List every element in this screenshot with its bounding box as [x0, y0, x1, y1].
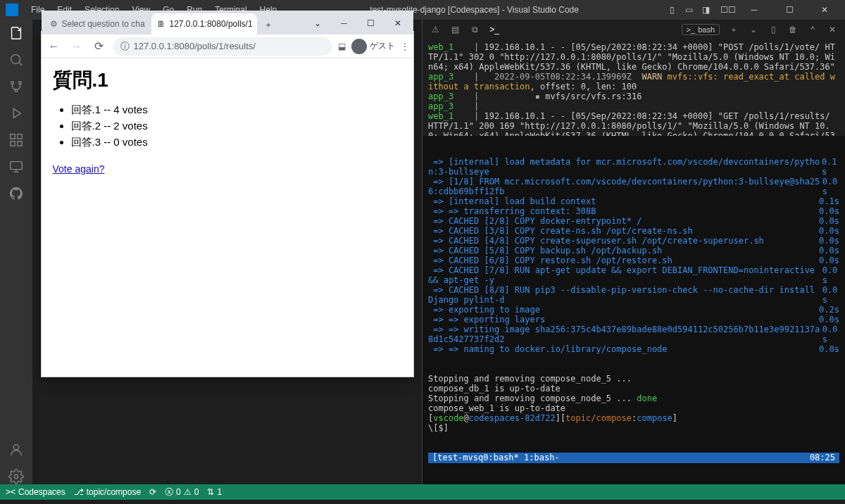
- github-icon[interactable]: [8, 186, 24, 201]
- browser-dropdown-button[interactable]: ⌄: [305, 15, 330, 32]
- remote-indicator[interactable]: >< Codespaces: [6, 487, 65, 497]
- window-maximize-button[interactable]: ☐: [775, 1, 804, 18]
- tmux-status-left: [test-mvsq0:bash* 1:bash-: [432, 453, 560, 463]
- svg-point-10: [14, 474, 18, 479]
- kill-terminal-button[interactable]: 🗑: [787, 24, 799, 35]
- results-list: 回答.1 -- 4 votes回答.2 -- 2 votes回答.3 -- 0 …: [71, 103, 402, 149]
- guest-label: ゲスト: [370, 40, 395, 52]
- new-tab-button[interactable]: ＋: [258, 15, 278, 34]
- forward-button[interactable]: →: [68, 38, 85, 55]
- source-control-icon[interactable]: [8, 79, 24, 94]
- browser-tabbar: ⚙Select question to cha✕🗎127.0.0.1:8080/…: [42, 11, 413, 34]
- sync-indicator[interactable]: ⟳: [149, 487, 156, 497]
- antenna-icon: ⇅: [207, 487, 214, 497]
- url-input[interactable]: ⓘ 127.0.0.1:8080/polls/1/results/: [113, 37, 332, 56]
- back-button[interactable]: ←: [46, 38, 63, 55]
- tmux-statusline: [test-mvsq0:bash* 1:bash- 08:25: [428, 453, 839, 463]
- debug-console-icon[interactable]: ⧉: [469, 24, 480, 35]
- sync-icon: ⟳: [149, 487, 156, 497]
- extensions-icon[interactable]: [8, 132, 24, 148]
- browser-close-button[interactable]: ✕: [385, 15, 411, 32]
- url-text: 127.0.0.1:8080/polls/1/results/: [134, 41, 256, 51]
- browser-window: ⚙Select question to cha✕🗎127.0.0.1:8080/…: [41, 31, 414, 377]
- settings-gear-icon[interactable]: [8, 469, 24, 484]
- branch-indicator[interactable]: ⎇ topic/compose: [74, 487, 141, 497]
- remote-explorer-icon[interactable]: [8, 159, 24, 175]
- guest-profile[interactable]: ゲスト: [351, 39, 395, 54]
- svg-point-0: [11, 55, 20, 64]
- split-terminal-button[interactable]: ▯: [768, 24, 779, 35]
- browser-menu-button[interactable]: ⋮: [401, 42, 409, 51]
- layout-panel-right-icon[interactable]: ◨: [700, 4, 711, 15]
- tab-label: 127.0.0.1:8080/polls/1: [170, 19, 253, 29]
- terminal-shell-label: bash: [698, 25, 715, 34]
- statusbar: >< Codespaces ⎇ topic/compose ⟳ ⓧ0 ⚠0 ⇅1: [0, 484, 845, 500]
- layout-customize-icon[interactable]: ☐☐: [722, 4, 734, 15]
- reload-button[interactable]: ⟳: [91, 38, 108, 55]
- site-info-icon[interactable]: ⓘ: [120, 40, 130, 53]
- explorer-icon[interactable]: [8, 25, 24, 41]
- problems-warning-icon[interactable]: ⚠: [430, 24, 441, 35]
- terminal-icon[interactable]: >_: [489, 24, 500, 35]
- install-pwa-icon[interactable]: ⬓: [338, 42, 346, 51]
- svg-rect-6: [11, 141, 15, 146]
- panel-header: ⚠ ▤ ⧉ >_ >_ bash ＋ ⌄ ▯ 🗑 ^ ✕: [423, 20, 845, 39]
- svg-rect-7: [18, 141, 22, 146]
- tmux-status-right: 08:25: [810, 453, 835, 463]
- remote-label: Codespaces: [18, 487, 65, 497]
- page-heading: 質問.1: [53, 67, 402, 94]
- tab-favicon-icon: ⚙: [50, 19, 58, 29]
- svg-point-2: [19, 82, 22, 84]
- avatar-icon: [351, 39, 367, 54]
- svg-point-9: [13, 445, 18, 450]
- panel: ⚠ ▤ ⧉ >_ >_ bash ＋ ⌄ ▯ 🗑 ^ ✕ web_1 | 192…: [422, 20, 845, 484]
- error-icon: ⓧ: [165, 486, 173, 498]
- web-page-content: 質問.1 回答.1 -- 4 votes回答.2 -- 2 votes回答.3 …: [42, 58, 413, 377]
- new-terminal-dropdown[interactable]: ⌄: [748, 24, 759, 35]
- activity-bar: [0, 20, 32, 484]
- browser-maximize-button[interactable]: ☐: [358, 15, 384, 32]
- list-item: 回答.2 -- 2 votes: [71, 120, 402, 133]
- list-item: 回答.3 -- 0 votes: [71, 136, 402, 149]
- browser-minimize-button[interactable]: ─: [332, 15, 357, 32]
- tab-close-button[interactable]: ✕: [149, 19, 150, 29]
- terminal-output-bottom[interactable]: => [internal] load metadata for mcr.micr…: [423, 136, 845, 484]
- titlebar-right: ▯ ▭ ◨ ☐☐ ─ ☐ ✕: [666, 1, 839, 18]
- vscode-logo-icon: [6, 4, 18, 16]
- branch-label: topic/compose: [87, 487, 141, 497]
- svg-rect-4: [11, 134, 15, 139]
- terminal-output-top[interactable]: web_1 | 192.168.10.1 - - [05/Sep/2022:08…: [423, 39, 845, 136]
- warning-icon: ⚠: [184, 487, 192, 497]
- ports-indicator[interactable]: ⇅1: [207, 487, 222, 497]
- run-debug-icon[interactable]: [8, 106, 24, 121]
- output-icon[interactable]: ▤: [449, 24, 461, 35]
- window-minimize-button[interactable]: ─: [739, 1, 769, 18]
- panel-close-button[interactable]: ✕: [827, 24, 838, 35]
- problems-indicator[interactable]: ⓧ0 ⚠0: [165, 486, 199, 498]
- svg-rect-8: [11, 162, 23, 170]
- svg-rect-5: [18, 134, 22, 139]
- editor-content-area: ⚙Select question to cha✕🗎127.0.0.1:8080/…: [32, 20, 422, 484]
- svg-point-1: [11, 82, 14, 84]
- branch-icon: ⎇: [74, 487, 84, 497]
- search-icon[interactable]: [8, 52, 24, 68]
- vote-again-link[interactable]: Vote again?: [53, 163, 105, 175]
- remote-icon: ><: [6, 487, 15, 497]
- browser-addressbar: ← → ⟳ ⓘ 127.0.0.1:8080/polls/1/results/ …: [42, 34, 413, 58]
- panel-maximize-button[interactable]: ^: [807, 24, 818, 35]
- new-terminal-button[interactable]: ＋: [728, 24, 739, 35]
- tab-label: Select question to cha: [62, 19, 145, 29]
- terminal-bash-icon: >_: [687, 25, 696, 34]
- layout-panel-bottom-icon[interactable]: ▭: [683, 4, 694, 15]
- terminal-selector[interactable]: >_ bash: [682, 24, 720, 35]
- layout-panel-left-icon[interactable]: ▯: [666, 4, 677, 15]
- browser-tab[interactable]: 🗎127.0.0.1:8080/polls/1✕: [151, 13, 257, 34]
- tab-favicon-icon: 🗎: [157, 19, 165, 29]
- accounts-icon[interactable]: [8, 442, 24, 458]
- window-close-button[interactable]: ✕: [810, 1, 839, 18]
- browser-tab[interactable]: ⚙Select question to cha✕: [44, 13, 150, 34]
- list-item: 回答.1 -- 4 votes: [71, 103, 402, 117]
